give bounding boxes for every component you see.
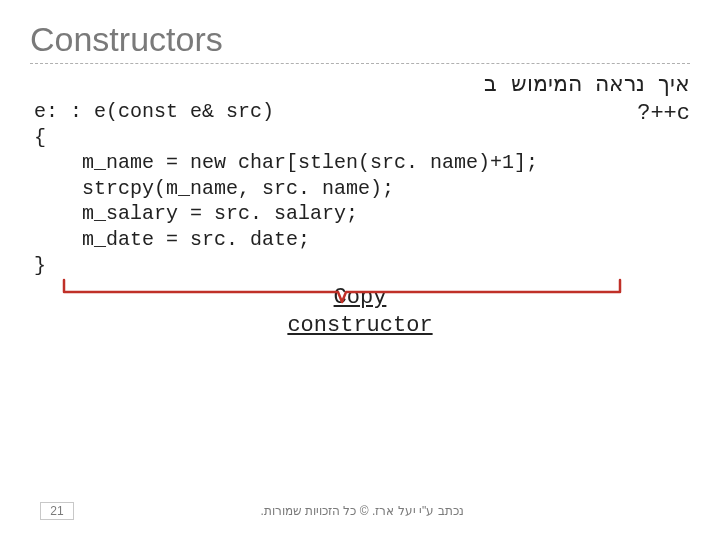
footer: 21 נכתב ע"י יעל ארז. © כל הזכויות שמורות… (0, 502, 720, 520)
page-title: Constructors (30, 20, 690, 59)
footer-credit: נכתב ע"י יעל ארז. © כל הזכויות שמורות. (74, 504, 650, 518)
title-divider (30, 63, 690, 64)
code-line-3: m_name = new char[stlen(src. name)+1]; (34, 151, 538, 174)
hebrew-line-1: איך נראה המימוש ב (484, 73, 690, 98)
code-line-1: e: : e(const e& src) (34, 100, 274, 123)
code-line-7: } (34, 254, 46, 277)
annotation-label: Copy constructor (287, 284, 432, 339)
page-number: 21 (40, 502, 74, 520)
code-block: e: : e(const e& src) { m_name = new char… (30, 99, 690, 278)
code-line-6: m_date = src. date; (34, 228, 310, 251)
code-line-4: strcpy(m_name, src. name); (34, 177, 394, 200)
label-line-2: constructor (287, 313, 432, 338)
code-line-5: m_salary = src. salary; (34, 202, 358, 225)
code-line-2: { (34, 126, 46, 149)
slide: Constructors איך נראה המימוש ב c++? e: :… (0, 0, 720, 540)
annotation-label-wrap: Copy constructor (30, 284, 690, 339)
label-line-1: Copy (334, 285, 387, 310)
code-block-wrap: e: : e(const e& src) { m_name = new char… (30, 99, 690, 278)
